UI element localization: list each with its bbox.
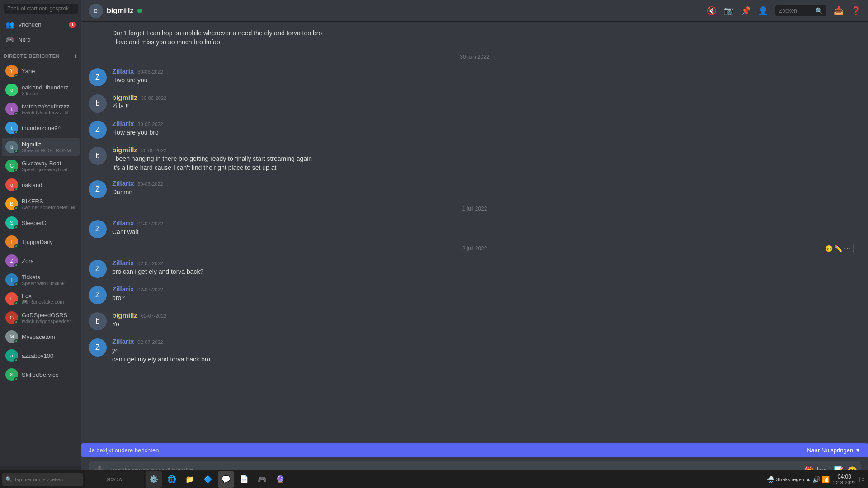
sidebar-item-tickets[interactable]: T Tickets Speelt with Bloxlink bbox=[2, 271, 80, 289]
video-icon[interactable]: 📷 bbox=[724, 6, 734, 16]
more-icon[interactable]: ⋯ bbox=[844, 245, 850, 252]
react-icon[interactable]: 😊 bbox=[825, 245, 833, 252]
jump-chevron-icon: ▼ bbox=[855, 447, 861, 454]
taskbar-app-discord[interactable]: 💬 bbox=[218, 471, 234, 488]
avatar-oakland: o bbox=[5, 178, 18, 191]
label-skilledservice: SkilledService bbox=[22, 371, 59, 378]
avatar-thunderzone94: t bbox=[5, 122, 18, 134]
message-timestamp-5: 30-06-2022 bbox=[137, 181, 163, 187]
avatar-twitch-scuferzzz: t bbox=[5, 103, 18, 115]
message-username-zillarix-1: Zillarix bbox=[112, 67, 134, 75]
sidebar-item-giveaway-boat[interactable]: G Giveaway Boat Speelt giveawayboat.com … bbox=[2, 157, 80, 175]
message-timestamp-10: 02-07-2022 bbox=[137, 339, 163, 345]
sidebar-item-friends[interactable]: 👥 Vrienden 1 bbox=[2, 18, 80, 32]
taskbar-search[interactable]: 🔍 bbox=[2, 473, 83, 486]
sidebar-item-yahe[interactable]: Y Yahe bbox=[2, 62, 80, 80]
message-avatar-zillarix-1: Z bbox=[89, 68, 107, 86]
sublabel-bigmillz: Streamt HCGI IRONMAN /... 🖥 bbox=[22, 148, 76, 153]
message-header-7: Zillarix 02-07-2022 bbox=[112, 259, 861, 267]
label-giveaway-boat: Giveaway Boat bbox=[22, 160, 76, 167]
divider-text-2juli: 2 juli 2022 bbox=[462, 245, 487, 252]
network-icon[interactable]: 📶 bbox=[822, 476, 830, 483]
avatar-fox: F bbox=[5, 292, 18, 305]
sidebar-item-azzaboy100[interactable]: a azzaboy100 bbox=[2, 347, 80, 365]
sidebar-item-zora[interactable]: Z Zora bbox=[2, 252, 80, 270]
label-sleeperg: SleeperG bbox=[22, 220, 47, 226]
chat-header-name: bigmillz bbox=[107, 7, 134, 15]
header-search-input[interactable] bbox=[779, 8, 815, 14]
message-group-6: Z Zillarix 01-07-2022 Cant wait bbox=[89, 219, 861, 238]
taskbar-search-input[interactable] bbox=[14, 477, 80, 482]
avatar-zora: Z bbox=[5, 254, 18, 267]
avatar-bikers: B bbox=[5, 197, 18, 210]
help-icon[interactable]: ❓ bbox=[851, 6, 861, 16]
sidebar-item-sleeperg[interactable]: S SleeperG bbox=[2, 214, 80, 232]
label-fox: Fox bbox=[22, 292, 64, 299]
mute-icon[interactable]: 🔇 bbox=[707, 6, 717, 16]
message-header-2: bigmillz 30-06-2022 bbox=[112, 94, 861, 101]
message-timestamp-7: 02-07-2022 bbox=[137, 261, 163, 266]
divider-line-left-1 bbox=[89, 209, 459, 209]
taskbar-app-4[interactable]: 🔷 bbox=[200, 471, 216, 488]
message-avatar-zillarix-5: Z bbox=[89, 260, 107, 278]
message-content-1: Zillarix 30-06-2022 Hwo are you bbox=[112, 67, 861, 86]
sidebar-item-twitch-scuferzzz[interactable]: t twitch.tv/scuferzzz twitch.tv/scuferzz… bbox=[2, 100, 80, 118]
message-content-2: bigmillz 30-06-2022 Zilla !! bbox=[112, 94, 861, 113]
label-zora: Zora bbox=[22, 258, 34, 264]
chat-messages: Don't forget I can hop on mobile wheneve… bbox=[81, 22, 868, 440]
search-input[interactable] bbox=[7, 5, 74, 12]
message-text-8: bro? bbox=[112, 294, 861, 303]
dm-section-label: DIRECTE BERICHTEN bbox=[4, 53, 60, 59]
sidebar-item-nitro[interactable]: 🎮 Nitro bbox=[2, 33, 80, 47]
label-tickets: Tickets bbox=[22, 274, 65, 281]
date-divider-2juli: 2 juli 2022 😊 ✏️ ⋯ bbox=[89, 245, 861, 252]
jump-to-present-button[interactable]: Naar Nu springen ▼ bbox=[807, 447, 861, 454]
older-messages-banner: Je bekijkt oudere berichten Naar Nu spri… bbox=[81, 443, 868, 457]
volume-icon[interactable]: 🔊 bbox=[812, 476, 820, 483]
add-friend-icon[interactable]: 👤 bbox=[758, 6, 768, 16]
message-text-9: Yo bbox=[112, 320, 861, 329]
taskbar-app-files[interactable]: 📁 bbox=[182, 471, 198, 488]
taskbar-time: 04:00 bbox=[833, 474, 856, 480]
sidebar-item-tjuppadaily[interactable]: T TjuppaDaily bbox=[2, 233, 80, 251]
taskbar-clock[interactable]: 04:00 22-8-2022 bbox=[833, 474, 856, 485]
nitro-icon: 🎮 bbox=[5, 35, 14, 44]
search-box[interactable] bbox=[4, 4, 78, 14]
sidebar-item-oakland-tz94[interactable]: o oakland, thunderzone94 3 leden bbox=[2, 81, 80, 99]
taskbar-show-desktop[interactable]: □ bbox=[859, 477, 864, 482]
taskbar-app-6[interactable]: 🎮 bbox=[254, 471, 270, 488]
sidebar-item-godspeedosrs[interactable]: G GoDSpeedOSRS twitch.tv/igodspeedosrs-d… bbox=[2, 309, 80, 327]
message-text-4b: It's a little hard cause I can't find th… bbox=[112, 164, 861, 173]
sidebar-item-bikers[interactable]: B BIKERS Aan het schermdelen 🖥 bbox=[2, 195, 80, 213]
expand-tray-icon[interactable]: ▲ bbox=[806, 477, 811, 482]
taskbar-app-7[interactable]: 🔮 bbox=[272, 471, 288, 488]
add-dm-icon[interactable]: + bbox=[74, 52, 78, 60]
message-group-early: Don't forget I can hop on mobile wheneve… bbox=[89, 29, 861, 47]
message-username-zillarix-2: Zillarix bbox=[112, 120, 134, 127]
sidebar-item-bigmillz[interactable]: b bigmillz Streamt HCGI IRONMAN /... 🖥 bbox=[2, 138, 80, 156]
header-search-box[interactable]: 🔍 bbox=[775, 5, 826, 16]
taskbar-app-5[interactable]: 📄 bbox=[236, 471, 252, 488]
taskbar-app-chrome[interactable]: 🌐 bbox=[164, 471, 180, 488]
taskbar-app-1[interactable]: ⚙️ bbox=[146, 471, 162, 488]
message-text-early-2: I love and miss you so much bro lmfao bbox=[112, 38, 861, 47]
sidebar-search-container bbox=[0, 0, 81, 17]
divider-line-right-1 bbox=[491, 209, 861, 209]
edit-icon[interactable]: ✏️ bbox=[835, 245, 842, 252]
sidebar-item-myspacetom[interactable]: M Myspacetom bbox=[2, 328, 80, 346]
pin-icon[interactable]: 📌 bbox=[741, 6, 751, 16]
inbox-icon[interactable]: 📥 bbox=[834, 6, 844, 16]
sidebar-friends-label: Vrienden bbox=[18, 21, 42, 28]
banner-text: Je bekijkt oudere berichten bbox=[89, 447, 159, 454]
sidebar-item-oakland[interactable]: o oakland bbox=[2, 176, 80, 194]
message-content-6: Zillarix 01-07-2022 Cant wait bbox=[112, 219, 861, 238]
message-username-zillarix-4: Zillarix bbox=[112, 219, 134, 227]
sidebar-item-skilledservice[interactable]: S SkilledService bbox=[2, 366, 80, 384]
sidebar-item-fox[interactable]: F Fox 🎮 Runestake.com bbox=[2, 290, 80, 308]
message-text-10a: yo bbox=[112, 346, 861, 355]
label-bigmillz: bigmillz bbox=[22, 141, 76, 148]
message-username-bigmillz-1: bigmillz bbox=[112, 94, 137, 101]
message-header-5: Zillarix 30-06-2022 bbox=[112, 179, 861, 187]
sidebar-item-thunderzone94[interactable]: t thunderzone94 bbox=[2, 119, 80, 137]
sublabel-tickets: Speelt with Bloxlink bbox=[22, 281, 65, 286]
